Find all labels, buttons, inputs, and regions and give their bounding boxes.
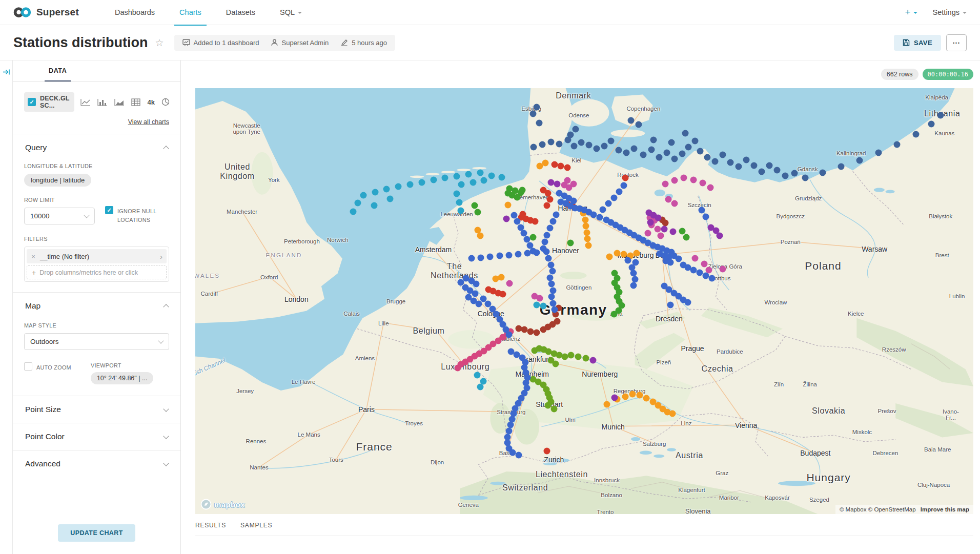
map-point — [477, 232, 483, 239]
map-point — [662, 180, 668, 187]
chevron-down-icon — [158, 338, 164, 343]
map-point — [614, 250, 620, 256]
map-point — [661, 226, 668, 233]
map-point — [575, 354, 581, 360]
map-point — [629, 391, 636, 398]
map-point — [606, 254, 612, 260]
map-point — [554, 318, 560, 324]
update-chart-button[interactable]: UPDATE CHART — [58, 524, 135, 542]
table-icon[interactable] — [131, 98, 140, 106]
map-point — [708, 275, 715, 282]
nav-item-charts[interactable]: Charts — [167, 0, 214, 25]
settings-menu[interactable]: Settings — [933, 8, 967, 16]
mapbox-logo-icon — [200, 499, 212, 510]
map-point — [556, 140, 563, 147]
attribution-improve-link[interactable]: Improve this map — [921, 506, 969, 512]
map-point — [547, 261, 554, 268]
map-point — [547, 196, 554, 202]
attribution-osm-link[interactable]: © OpenStreetMap — [868, 506, 916, 512]
map-point — [552, 360, 559, 367]
ignore-null-checkbox[interactable]: ✓ — [105, 206, 113, 214]
map-point — [628, 117, 635, 124]
map-point — [601, 143, 608, 150]
map-point — [590, 211, 597, 218]
attribution-mapbox-link[interactable]: © Mapbox — [840, 506, 867, 512]
dashboard-count-label: Added to 1 dashboard — [194, 39, 259, 47]
collapse-panel-icon[interactable] — [3, 68, 10, 76]
nav-item-sql[interactable]: SQL — [268, 0, 314, 25]
map-point — [774, 167, 781, 173]
map-point — [547, 138, 554, 145]
mapbox-logo[interactable]: mapbox — [200, 499, 245, 510]
viz-selected-checkbox[interactable]: ✓ — [28, 98, 36, 106]
nav-item-dashboards[interactable]: Dashboards — [103, 0, 167, 25]
map-point — [759, 168, 765, 175]
map-point — [554, 180, 560, 187]
map-point — [547, 225, 554, 232]
query-section-header[interactable]: Query — [24, 134, 169, 161]
viewport-value-pill[interactable]: 10° 24' 49.86" | ... — [91, 372, 153, 384]
viz-selected-label: DECK.GL SC... — [40, 95, 69, 109]
new-item-button[interactable]: + — [905, 7, 917, 18]
owner[interactable]: Superset Admin — [271, 39, 329, 47]
results-tabs: RESULTSSAMPLES — [195, 522, 973, 536]
dashboard-count[interactable]: Added to 1 dashboard — [182, 39, 259, 47]
query-timer-badge: 00:00:00.16 — [923, 69, 973, 80]
nav-item-datasets[interactable]: Datasets — [214, 0, 268, 25]
map-point — [456, 199, 462, 206]
point-color-section-header[interactable]: Point Color — [24, 423, 169, 450]
point-size-section-header[interactable]: Point Size — [24, 396, 169, 423]
viz-type-selected[interactable]: ✓ DECK.GL SC... — [24, 92, 74, 112]
map-point — [583, 229, 590, 236]
line-chart-icon[interactable] — [80, 98, 91, 106]
map-point — [671, 177, 678, 184]
map-point — [468, 255, 475, 262]
map-point — [743, 156, 749, 163]
map-point — [567, 131, 574, 138]
map-point — [766, 162, 773, 169]
map-point — [607, 138, 614, 145]
map-point — [594, 146, 600, 152]
row-limit-label: ROW LIMIT — [24, 197, 95, 203]
area-chart-icon[interactable] — [114, 98, 125, 106]
map-point — [567, 239, 574, 246]
auto-zoom-checkbox[interactable] — [24, 362, 32, 371]
superset-logo[interactable]: Superset — [13, 6, 79, 18]
map-point — [552, 161, 558, 168]
map-point — [691, 255, 698, 261]
map-point — [534, 249, 540, 256]
pie-chart-icon[interactable] — [161, 98, 170, 106]
advanced-section-header[interactable]: Advanced — [24, 450, 169, 477]
map-point — [647, 219, 654, 225]
remove-filter-icon[interactable]: × — [27, 253, 40, 260]
map-point — [457, 279, 464, 285]
filters-box: × __time (No filter) › + Drop columns/me… — [24, 247, 169, 282]
map-point — [454, 173, 460, 180]
tab-data[interactable]: DATA — [45, 60, 71, 81]
tab-samples[interactable]: SAMPLES — [240, 522, 272, 529]
brand-name: Superset — [36, 7, 79, 18]
viz-4k-option[interactable]: 4k — [147, 98, 154, 106]
map-point — [699, 180, 706, 187]
tab-results[interactable]: RESULTS — [195, 522, 226, 529]
filter-drop-zone[interactable]: + Drop columns/metrics here or click — [27, 265, 167, 279]
favorite-star-icon[interactable]: ☆ — [155, 37, 164, 49]
deckgl-scatter-map[interactable]: DenmarkEsbjergCopenhagenOdenseKlaipėdaLi… — [195, 88, 973, 514]
map-point — [540, 303, 546, 310]
bar-chart-icon[interactable] — [97, 98, 108, 106]
last-modified[interactable]: 5 hours ago — [341, 39, 387, 47]
row-limit-select[interactable]: 10000 — [24, 208, 95, 224]
map-point — [640, 151, 647, 158]
ellipsis-icon: ... — [953, 37, 961, 45]
lonlat-value-pill[interactable]: longitude | latitude — [24, 174, 91, 187]
map-style-select[interactable]: Outdoors — [24, 333, 169, 350]
more-options-button[interactable]: ... — [946, 34, 967, 51]
map-point — [701, 261, 707, 268]
map-point — [503, 216, 510, 222]
viz-type-selector: ✓ DECK.GL SC... 4k — [24, 92, 169, 112]
save-button[interactable]: SAVE — [894, 35, 941, 51]
filter-chip[interactable]: × __time (No filter) › — [27, 249, 167, 263]
map-point — [573, 126, 579, 132]
view-all-charts-link[interactable]: View all charts — [24, 118, 169, 126]
map-section-header[interactable]: Map — [24, 293, 169, 319]
